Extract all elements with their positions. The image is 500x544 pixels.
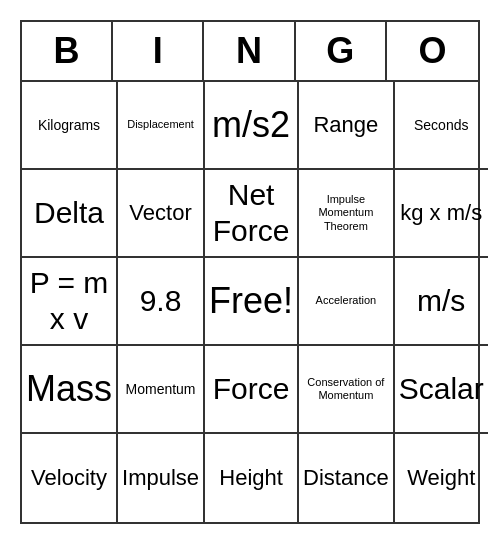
bingo-cell-text-23: Distance <box>303 465 389 491</box>
bingo-cell-5[interactable]: Delta <box>22 170 118 258</box>
bingo-cell-0[interactable]: Kilograms <box>22 82 118 170</box>
bingo-cell-text-3: Range <box>313 112 378 138</box>
bingo-card: BINGO KilogramsDisplacementm/s2RangeSeco… <box>20 20 480 524</box>
bingo-cell-text-8: Impulse Momentum Theorem <box>303 193 389 233</box>
header-letter-n: N <box>204 22 295 80</box>
bingo-cell-text-17: Force <box>213 371 290 407</box>
header-letter-o: O <box>387 22 478 80</box>
bingo-cell-text-22: Height <box>219 465 283 491</box>
bingo-cell-text-5: Delta <box>34 195 104 231</box>
bingo-cell-2[interactable]: m/s2 <box>205 82 299 170</box>
bingo-cell-18[interactable]: Conservation of Momentum <box>299 346 395 434</box>
bingo-cell-19[interactable]: Scalar <box>395 346 488 434</box>
bingo-cell-text-20: Velocity <box>31 465 107 491</box>
bingo-cell-text-15: Mass <box>26 367 112 410</box>
bingo-cell-text-13: Acceleration <box>316 294 377 307</box>
bingo-cell-text-0: Kilograms <box>38 117 100 134</box>
bingo-cell-text-2: m/s2 <box>212 103 290 146</box>
bingo-cell-11[interactable]: 9.8 <box>118 258 205 346</box>
bingo-cell-7[interactable]: Net Force <box>205 170 299 258</box>
bingo-cell-text-4: Seconds <box>414 117 468 134</box>
bingo-cell-text-14: m/s <box>417 283 465 319</box>
bingo-cell-1[interactable]: Displacement <box>118 82 205 170</box>
header-letter-i: I <box>113 22 204 80</box>
bingo-cell-text-19: Scalar <box>399 371 484 407</box>
header-letter-g: G <box>296 22 387 80</box>
bingo-cell-text-16: Momentum <box>126 381 196 398</box>
bingo-cell-21[interactable]: Impulse <box>118 434 205 522</box>
bingo-cell-text-11: 9.8 <box>140 283 182 319</box>
bingo-header: BINGO <box>22 22 478 82</box>
bingo-cell-23[interactable]: Distance <box>299 434 395 522</box>
bingo-cell-17[interactable]: Force <box>205 346 299 434</box>
bingo-cell-8[interactable]: Impulse Momentum Theorem <box>299 170 395 258</box>
bingo-cell-text-21: Impulse <box>122 465 199 491</box>
bingo-cell-6[interactable]: Vector <box>118 170 205 258</box>
bingo-cell-text-18: Conservation of Momentum <box>303 376 389 402</box>
bingo-cell-text-7: Net Force <box>209 177 293 249</box>
bingo-cell-text-1: Displacement <box>127 118 194 131</box>
bingo-cell-16[interactable]: Momentum <box>118 346 205 434</box>
bingo-cell-text-12: Free! <box>209 279 293 322</box>
bingo-cell-12[interactable]: Free! <box>205 258 299 346</box>
header-letter-b: B <box>22 22 113 80</box>
bingo-grid: KilogramsDisplacementm/s2RangeSecondsDel… <box>22 82 478 522</box>
bingo-cell-13[interactable]: Acceleration <box>299 258 395 346</box>
bingo-cell-20[interactable]: Velocity <box>22 434 118 522</box>
bingo-cell-15[interactable]: Mass <box>22 346 118 434</box>
bingo-cell-text-10: P = m x v <box>26 265 112 337</box>
bingo-cell-text-6: Vector <box>129 200 191 226</box>
bingo-cell-3[interactable]: Range <box>299 82 395 170</box>
bingo-cell-22[interactable]: Height <box>205 434 299 522</box>
bingo-cell-9[interactable]: kg x m/s <box>395 170 488 258</box>
bingo-cell-14[interactable]: m/s <box>395 258 488 346</box>
bingo-cell-text-9: kg x m/s <box>400 200 482 226</box>
bingo-cell-10[interactable]: P = m x v <box>22 258 118 346</box>
bingo-cell-text-24: Weight <box>407 465 475 491</box>
bingo-cell-24[interactable]: Weight <box>395 434 488 522</box>
bingo-cell-4[interactable]: Seconds <box>395 82 488 170</box>
